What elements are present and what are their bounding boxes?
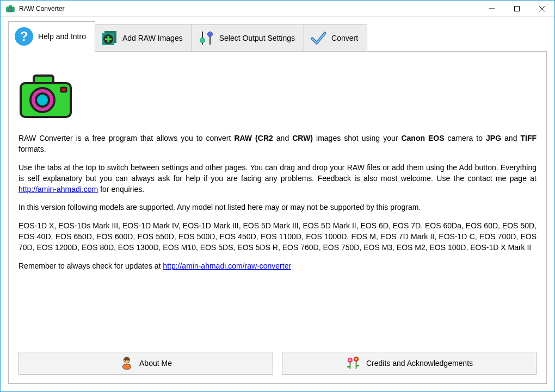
svg-point-23 xyxy=(36,94,49,107)
tab-help-intro[interactable]: ? Help and Intro xyxy=(8,21,95,52)
svg-point-19 xyxy=(207,32,212,37)
app-icon xyxy=(6,5,15,13)
window-title: RAW Converter xyxy=(19,5,65,13)
text-bold: RAW (CR2 xyxy=(234,134,273,142)
text-bold: Canon EOS xyxy=(401,134,444,142)
svg-rect-6 xyxy=(515,6,520,11)
supported-models: EOS-1D X, EOS-1Ds Mark III, EOS-1D Mark … xyxy=(18,221,536,253)
tab-bar: ? Help and Intro Add RAW Images xyxy=(8,24,547,52)
svg-point-34 xyxy=(349,359,351,361)
help-page: RAW Converter is a free program that all… xyxy=(8,51,547,384)
text-bold: JPG xyxy=(486,134,501,142)
text: Use the tabs at the top to switch betwee… xyxy=(18,163,536,183)
tab-label: Convert xyxy=(331,34,358,42)
text: and xyxy=(273,134,292,142)
button-label: Credits and Acknowledgements xyxy=(366,359,473,368)
svg-point-28 xyxy=(127,360,128,361)
help-icon: ? xyxy=(14,27,34,46)
text: camera to xyxy=(445,134,486,142)
tab-add-raw[interactable]: Add RAW Images xyxy=(95,24,192,52)
tab-convert[interactable]: Convert xyxy=(304,24,367,52)
svg-text:?: ? xyxy=(20,29,28,43)
svg-point-36 xyxy=(355,358,357,360)
maximize-button[interactable] xyxy=(504,1,529,17)
tab-label: Help and Intro xyxy=(38,32,86,41)
updates-link[interactable]: http://amin-ahmadi.com/raw-converter xyxy=(163,262,291,270)
svg-point-32 xyxy=(356,365,360,366)
svg-rect-24 xyxy=(61,88,66,92)
about-me-button[interactable]: About Me xyxy=(18,352,273,375)
minimize-button[interactable] xyxy=(479,1,504,17)
credits-button[interactable]: Credits and Acknowledgements xyxy=(282,352,536,375)
sliders-icon xyxy=(198,29,215,47)
flowers-icon xyxy=(346,356,361,371)
tab-label: Add RAW Images xyxy=(122,34,183,42)
svg-rect-26 xyxy=(123,364,131,369)
text: formats. xyxy=(18,145,46,153)
text: images shot using your xyxy=(313,134,401,142)
svg-rect-1 xyxy=(9,5,11,7)
contact-link[interactable]: http://amin-ahmadi.com xyxy=(18,185,98,194)
text: and xyxy=(501,134,520,142)
client-area: ? Help and Intro Add RAW Images xyxy=(1,17,554,391)
close-button[interactable] xyxy=(529,1,554,17)
text: Remember to always check for updates at xyxy=(18,262,163,270)
app-window: RAW Converter ? Help and Intro xyxy=(0,0,555,392)
camera-icon xyxy=(18,73,536,121)
tab-output-settings[interactable]: Select Output Settings xyxy=(192,24,304,52)
text: for enquiries. xyxy=(98,185,144,194)
svg-point-31 xyxy=(347,365,350,367)
text-bold: TIFF xyxy=(520,134,536,142)
check-icon xyxy=(310,29,327,47)
svg-point-3 xyxy=(9,8,11,10)
text-bold: CRW) xyxy=(292,134,313,142)
bottom-button-row: About Me Credits and Acknowledgeme xyxy=(18,352,536,375)
person-icon xyxy=(120,356,134,371)
tab-label: Select Output Settings xyxy=(219,34,295,42)
text: RAW Converter is a free program that all… xyxy=(18,134,234,142)
svg-point-18 xyxy=(200,38,205,43)
supported-intro: In this version following models are sup… xyxy=(18,202,536,213)
svg-rect-4 xyxy=(13,8,14,8)
button-label: About Me xyxy=(139,359,172,368)
titlebar[interactable]: RAW Converter xyxy=(1,1,554,17)
intro-text: RAW Converter is a free program that all… xyxy=(18,133,536,279)
svg-point-27 xyxy=(125,360,126,361)
add-image-icon xyxy=(101,29,118,47)
